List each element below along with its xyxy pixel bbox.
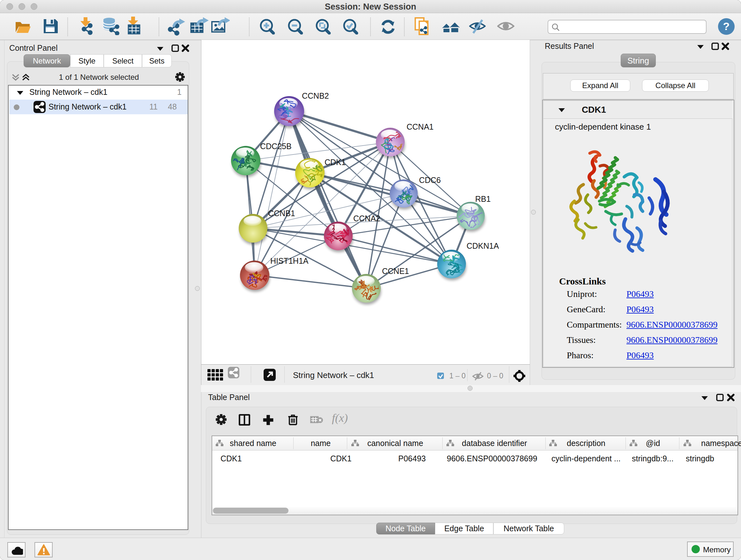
svg-text:CCNB2: CCNB2 (302, 91, 329, 100)
svg-text:CCNA2: CCNA2 (353, 214, 381, 223)
svg-text:CCNE1: CCNE1 (382, 266, 409, 275)
svg-text:CCNA1: CCNA1 (407, 122, 434, 131)
svg-text:HIST1H1A: HIST1H1A (270, 256, 309, 265)
svg-text:CDKN1A: CDKN1A (467, 241, 499, 250)
svg-text:CDK1: CDK1 (325, 158, 346, 167)
svg-text:CDC6: CDC6 (419, 176, 441, 185)
svg-text:?: ? (723, 20, 730, 32)
svg-text:CCNB1: CCNB1 (268, 209, 295, 218)
svg-text:CDC25B: CDC25B (260, 142, 292, 151)
svg-text:RB1: RB1 (475, 194, 491, 203)
